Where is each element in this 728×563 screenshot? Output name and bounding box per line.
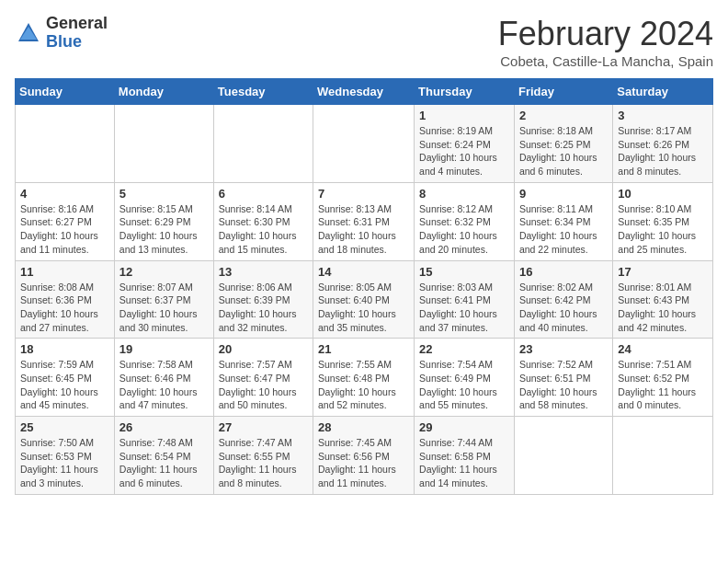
day-number: 25 xyxy=(20,420,109,434)
day-info: Sunrise: 7:48 AM Sunset: 6:54 PM Dayligh… xyxy=(119,436,209,490)
day-number: 22 xyxy=(419,342,509,356)
month-title: February 2024 xyxy=(498,15,713,53)
logo-text: General Blue xyxy=(46,15,108,52)
day-info: Sunrise: 7:58 AM Sunset: 6:46 PM Dayligh… xyxy=(119,358,209,412)
day-info: Sunrise: 8:17 AM Sunset: 6:26 PM Dayligh… xyxy=(618,124,708,178)
day-info: Sunrise: 8:18 AM Sunset: 6:25 PM Dayligh… xyxy=(519,124,608,178)
day-info: Sunrise: 8:13 AM Sunset: 6:31 PM Dayligh… xyxy=(318,202,409,257)
calendar-cell: 4Sunrise: 8:16 AM Sunset: 6:27 PM Daylig… xyxy=(16,182,115,260)
day-info: Sunrise: 8:10 AM Sunset: 6:35 PM Dayligh… xyxy=(618,202,708,257)
day-info: Sunrise: 8:15 AM Sunset: 6:29 PM Dayligh… xyxy=(119,202,209,257)
calendar-cell: 27Sunrise: 7:47 AM Sunset: 6:55 PM Dayli… xyxy=(213,417,313,495)
day-number: 14 xyxy=(318,265,409,279)
calendar-week-5: 25Sunrise: 7:50 AM Sunset: 6:53 PM Dayli… xyxy=(16,417,713,495)
calendar-cell: 6Sunrise: 8:14 AM Sunset: 6:30 PM Daylig… xyxy=(213,182,313,260)
calendar-cell: 13Sunrise: 8:06 AM Sunset: 6:39 PM Dayli… xyxy=(213,260,313,339)
day-number: 9 xyxy=(519,187,608,201)
calendar-cell: 3Sunrise: 8:17 AM Sunset: 6:26 PM Daylig… xyxy=(613,105,713,183)
day-number: 24 xyxy=(618,342,708,356)
day-info: Sunrise: 8:01 AM Sunset: 6:43 PM Dayligh… xyxy=(618,281,708,335)
day-number: 3 xyxy=(618,109,708,122)
calendar-cell: 23Sunrise: 7:52 AM Sunset: 6:51 PM Dayli… xyxy=(514,339,612,417)
calendar-cell: 16Sunrise: 8:02 AM Sunset: 6:42 PM Dayli… xyxy=(514,260,612,339)
calendar-cell: 28Sunrise: 7:45 AM Sunset: 6:56 PM Dayli… xyxy=(313,417,415,495)
calendar-cell xyxy=(613,417,713,495)
day-number: 6 xyxy=(219,187,308,201)
day-number: 10 xyxy=(618,187,708,201)
day-info: Sunrise: 8:16 AM Sunset: 6:27 PM Dayligh… xyxy=(20,202,109,257)
day-info: Sunrise: 8:03 AM Sunset: 6:41 PM Dayligh… xyxy=(419,281,509,335)
title-block: February 2024 Cobeta, Castille-La Mancha… xyxy=(498,15,713,69)
day-number: 21 xyxy=(318,342,409,356)
calendar-cell xyxy=(514,417,612,495)
header-thursday: Thursday xyxy=(415,79,515,105)
day-number: 28 xyxy=(318,420,409,434)
header-saturday: Saturday xyxy=(613,79,713,105)
calendar-week-4: 18Sunrise: 7:59 AM Sunset: 6:45 PM Dayli… xyxy=(16,339,713,417)
day-info: Sunrise: 8:12 AM Sunset: 6:32 PM Dayligh… xyxy=(419,202,509,257)
calendar-cell: 7Sunrise: 8:13 AM Sunset: 6:31 PM Daylig… xyxy=(313,182,415,260)
day-number: 18 xyxy=(20,342,109,356)
calendar-cell: 2Sunrise: 8:18 AM Sunset: 6:25 PM Daylig… xyxy=(514,105,612,183)
calendar-cell xyxy=(114,105,213,183)
day-info: Sunrise: 7:44 AM Sunset: 6:58 PM Dayligh… xyxy=(419,436,509,490)
day-number: 17 xyxy=(618,265,708,279)
header-row: Sunday Monday Tuesday Wednesday Thursday… xyxy=(16,79,713,105)
day-number: 15 xyxy=(419,265,509,279)
calendar-cell: 1Sunrise: 8:19 AM Sunset: 6:24 PM Daylig… xyxy=(415,105,515,183)
day-info: Sunrise: 7:51 AM Sunset: 6:52 PM Dayligh… xyxy=(618,358,708,412)
day-info: Sunrise: 8:06 AM Sunset: 6:39 PM Dayligh… xyxy=(219,281,308,335)
page-header: General Blue February 2024 Cobeta, Casti… xyxy=(15,15,713,69)
logo: General Blue xyxy=(15,15,108,52)
day-number: 19 xyxy=(119,342,209,356)
calendar-header: Sunday Monday Tuesday Wednesday Thursday… xyxy=(16,79,713,105)
calendar-week-3: 11Sunrise: 8:08 AM Sunset: 6:36 PM Dayli… xyxy=(16,260,713,339)
day-info: Sunrise: 8:05 AM Sunset: 6:40 PM Dayligh… xyxy=(318,281,409,335)
header-wednesday: Wednesday xyxy=(313,79,415,105)
day-number: 23 xyxy=(519,342,608,356)
logo-icon xyxy=(15,19,42,47)
day-number: 4 xyxy=(20,187,109,201)
day-info: Sunrise: 8:02 AM Sunset: 6:42 PM Dayligh… xyxy=(519,281,608,335)
header-sunday: Sunday xyxy=(16,79,115,105)
calendar-cell: 20Sunrise: 7:57 AM Sunset: 6:47 PM Dayli… xyxy=(213,339,313,417)
calendar-table: Sunday Monday Tuesday Wednesday Thursday… xyxy=(15,78,713,495)
day-info: Sunrise: 7:59 AM Sunset: 6:45 PM Dayligh… xyxy=(20,358,109,412)
svg-marker-1 xyxy=(20,27,37,40)
calendar-week-2: 4Sunrise: 8:16 AM Sunset: 6:27 PM Daylig… xyxy=(16,182,713,260)
day-number: 29 xyxy=(419,420,509,434)
calendar-cell: 17Sunrise: 8:01 AM Sunset: 6:43 PM Dayli… xyxy=(613,260,713,339)
calendar-cell: 10Sunrise: 8:10 AM Sunset: 6:35 PM Dayli… xyxy=(613,182,713,260)
calendar-body: 1Sunrise: 8:19 AM Sunset: 6:24 PM Daylig… xyxy=(16,105,713,495)
calendar-cell: 18Sunrise: 7:59 AM Sunset: 6:45 PM Dayli… xyxy=(16,339,115,417)
day-info: Sunrise: 7:45 AM Sunset: 6:56 PM Dayligh… xyxy=(318,436,409,490)
day-info: Sunrise: 7:55 AM Sunset: 6:48 PM Dayligh… xyxy=(318,358,409,412)
day-info: Sunrise: 8:11 AM Sunset: 6:34 PM Dayligh… xyxy=(519,202,608,257)
calendar-cell xyxy=(213,105,313,183)
header-monday: Monday xyxy=(114,79,213,105)
calendar-cell: 19Sunrise: 7:58 AM Sunset: 6:46 PM Dayli… xyxy=(114,339,213,417)
calendar-cell: 12Sunrise: 8:07 AM Sunset: 6:37 PM Dayli… xyxy=(114,260,213,339)
day-info: Sunrise: 7:52 AM Sunset: 6:51 PM Dayligh… xyxy=(519,358,608,412)
day-number: 26 xyxy=(119,420,209,434)
calendar-cell xyxy=(313,105,415,183)
day-info: Sunrise: 8:08 AM Sunset: 6:36 PM Dayligh… xyxy=(20,281,109,335)
day-number: 13 xyxy=(219,265,308,279)
day-info: Sunrise: 8:07 AM Sunset: 6:37 PM Dayligh… xyxy=(119,281,209,335)
calendar-week-1: 1Sunrise: 8:19 AM Sunset: 6:24 PM Daylig… xyxy=(16,105,713,183)
day-number: 2 xyxy=(519,109,608,122)
day-info: Sunrise: 8:14 AM Sunset: 6:30 PM Dayligh… xyxy=(219,202,308,257)
day-number: 11 xyxy=(20,265,109,279)
day-info: Sunrise: 7:47 AM Sunset: 6:55 PM Dayligh… xyxy=(219,436,308,490)
day-number: 8 xyxy=(419,187,509,201)
day-number: 20 xyxy=(219,342,308,356)
calendar-cell: 21Sunrise: 7:55 AM Sunset: 6:48 PM Dayli… xyxy=(313,339,415,417)
day-info: Sunrise: 7:57 AM Sunset: 6:47 PM Dayligh… xyxy=(219,358,308,412)
calendar-cell xyxy=(16,105,115,183)
logo-blue: Blue xyxy=(46,33,108,52)
header-friday: Friday xyxy=(514,79,612,105)
logo-general: General xyxy=(46,15,108,33)
day-info: Sunrise: 8:19 AM Sunset: 6:24 PM Dayligh… xyxy=(419,124,509,178)
calendar-cell: 26Sunrise: 7:48 AM Sunset: 6:54 PM Dayli… xyxy=(114,417,213,495)
day-info: Sunrise: 7:54 AM Sunset: 6:49 PM Dayligh… xyxy=(419,358,509,412)
